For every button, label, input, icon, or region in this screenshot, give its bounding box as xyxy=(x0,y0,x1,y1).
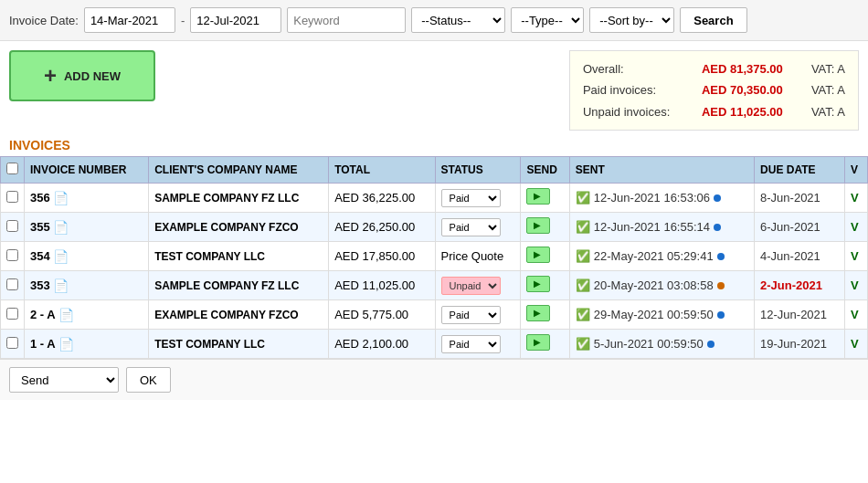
status-select[interactable]: PaidUnpaid xyxy=(441,335,501,353)
select-all-checkbox[interactable] xyxy=(6,163,18,174)
bulk-action-select[interactable]: Send Delete Mark Paid xyxy=(9,367,119,393)
status-cell[interactable]: UnpaidPaid xyxy=(435,271,521,300)
send-icon[interactable] xyxy=(526,305,550,321)
header-company-name: CLIENT'S COMPANY NAME xyxy=(149,157,329,184)
check-icon: ✅ xyxy=(576,278,590,292)
row-checkbox[interactable] xyxy=(6,191,18,203)
status-select[interactable]: UnpaidPaid xyxy=(441,277,501,295)
row-checkbox-cell xyxy=(1,242,25,271)
pdf-icon[interactable]: 📄 xyxy=(58,308,74,322)
check-icon: ✅ xyxy=(576,249,590,263)
sent-cell: ✅12-Jun-2021 16:55:14 xyxy=(569,213,754,242)
type-select[interactable]: --Type-- Invoice Quote xyxy=(511,7,584,33)
row-checkbox-cell xyxy=(1,271,25,300)
table-row: 2 - A📄EXAMPLE COMPANY FZCOAED 5,775.00Pa… xyxy=(1,300,868,330)
sent-info: ✅22-May-2021 05:29:41 xyxy=(576,249,748,263)
send-cell xyxy=(521,184,569,213)
row-checkbox[interactable] xyxy=(6,308,18,320)
send-icon[interactable] xyxy=(526,217,550,234)
date-to-input[interactable] xyxy=(190,7,281,33)
status-cell[interactable]: Price Quote xyxy=(435,242,521,271)
view-cell[interactable]: V xyxy=(845,184,868,213)
status-cell[interactable]: PaidUnpaid xyxy=(435,300,521,330)
status-dot xyxy=(714,224,721,231)
sent-cell: ✅29-May-2021 00:59:50 xyxy=(569,300,754,330)
due-date-cell: 19-Jun-2021 xyxy=(755,330,845,359)
check-icon: ✅ xyxy=(576,308,590,321)
total-amount: AED 26,250.00 xyxy=(334,220,415,234)
sent-cell: ✅20-May-2021 03:08:58 xyxy=(569,271,754,300)
date-separator: - xyxy=(181,14,185,27)
top-section: + ADD NEW Overall: AED 81,375.00 VAT: A … xyxy=(0,41,868,134)
view-link[interactable]: V xyxy=(851,191,859,205)
total-cell: AED 26,250.00 xyxy=(329,213,435,242)
status-cell[interactable]: PaidUnpaid xyxy=(435,184,521,213)
send-cell xyxy=(521,213,569,242)
status-select[interactable]: PaidUnpaid xyxy=(441,218,501,236)
invoice-num-text: 353 xyxy=(30,278,50,292)
invoice-number: 2 - A📄 xyxy=(30,308,143,322)
status-select[interactable]: PaidUnpaid xyxy=(441,306,501,324)
send-icon[interactable] xyxy=(526,188,550,205)
sort-select[interactable]: --Sort by-- Date Amount Company xyxy=(589,7,674,33)
status-select[interactable]: --Status-- Paid Unpaid Price Quote xyxy=(411,7,505,33)
sent-cell: ✅5-Jun-2021 00:59:50 xyxy=(569,330,754,359)
sent-datetime: 22-May-2021 05:29:41 xyxy=(594,249,714,263)
row-checkbox[interactable] xyxy=(6,278,18,290)
send-icon[interactable] xyxy=(526,247,550,263)
total-amount: AED 11,025.00 xyxy=(334,278,415,292)
paid-row: Paid invoices: AED 70,350.00 VAT: A xyxy=(583,79,845,100)
invoice-number: 353📄 xyxy=(30,278,143,293)
pdf-icon[interactable]: 📄 xyxy=(53,220,69,235)
send-cell xyxy=(521,242,569,271)
company-name-cell: EXAMPLE COMPANY FZCO xyxy=(149,213,329,242)
due-date: 12-Jun-2021 xyxy=(760,308,827,321)
invoice-table: INVOICE NUMBER CLIENT'S COMPANY NAME TOT… xyxy=(0,156,868,359)
invoice-number: 355📄 xyxy=(30,220,143,235)
row-checkbox[interactable] xyxy=(6,249,18,261)
sent-info: ✅12-Jun-2021 16:55:14 xyxy=(576,220,748,234)
view-link[interactable]: V xyxy=(851,249,859,263)
status-select[interactable]: PaidUnpaid xyxy=(441,189,501,207)
search-button[interactable]: Search xyxy=(680,7,746,33)
invoice-number-cell: 355📄 xyxy=(25,213,149,242)
row-checkbox[interactable] xyxy=(6,337,18,349)
status-cell[interactable]: PaidUnpaid xyxy=(435,213,521,242)
status-cell[interactable]: PaidUnpaid xyxy=(435,330,521,359)
row-checkbox[interactable] xyxy=(6,220,18,232)
ok-button[interactable]: OK xyxy=(126,367,171,393)
view-cell[interactable]: V xyxy=(845,271,868,300)
total-amount: AED 2,100.00 xyxy=(334,337,408,351)
view-link[interactable]: V xyxy=(851,278,859,292)
sent-datetime: 12-Jun-2021 16:53:06 xyxy=(594,191,710,205)
view-cell[interactable]: V xyxy=(845,300,868,330)
view-link[interactable]: V xyxy=(851,220,859,234)
sent-info: ✅12-Jun-2021 16:53:06 xyxy=(576,191,748,205)
invoice-number-cell: 1 - A📄 xyxy=(25,330,149,359)
view-cell[interactable]: V xyxy=(845,213,868,242)
send-icon[interactable] xyxy=(526,334,550,351)
table-row: 355📄EXAMPLE COMPANY FZCOAED 26,250.00Pai… xyxy=(1,213,868,242)
view-cell[interactable]: V xyxy=(845,330,868,359)
pdf-icon[interactable]: 📄 xyxy=(53,249,69,264)
due-date-cell: 4-Jun-2021 xyxy=(755,242,845,271)
sent-datetime: 5-Jun-2021 00:59:50 xyxy=(594,337,704,351)
send-icon[interactable] xyxy=(526,276,550,292)
header-checkbox-col xyxy=(1,157,25,184)
pdf-icon[interactable]: 📄 xyxy=(53,191,69,205)
status-dot xyxy=(717,282,725,289)
invoice-num-text: 355 xyxy=(30,220,50,234)
add-new-button[interactable]: + ADD NEW xyxy=(9,50,155,101)
pdf-icon[interactable]: 📄 xyxy=(53,278,69,293)
pdf-icon[interactable]: 📄 xyxy=(58,337,74,352)
due-date: 19-Jun-2021 xyxy=(760,337,827,351)
view-link[interactable]: V xyxy=(851,308,859,321)
keyword-input[interactable] xyxy=(287,7,406,33)
date-from-input[interactable] xyxy=(84,7,175,33)
view-cell[interactable]: V xyxy=(845,242,868,271)
view-link[interactable]: V xyxy=(851,337,859,351)
header-total: TOTAL xyxy=(329,157,435,184)
paid-amount: AED 70,350.00 xyxy=(702,79,802,100)
header-view: V xyxy=(845,157,868,184)
header-invoice-number: INVOICE NUMBER xyxy=(25,157,149,184)
